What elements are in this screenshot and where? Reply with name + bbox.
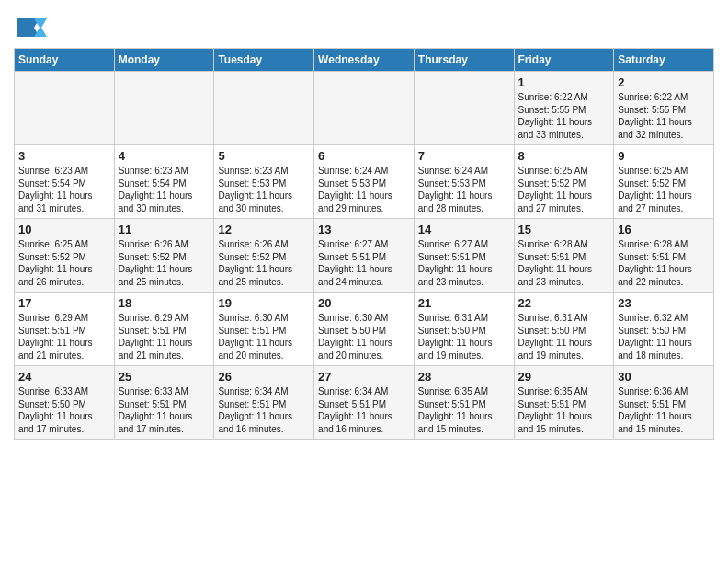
calendar-cell [15,72,115,145]
logo-icon [14,15,47,40]
calendar-cell: 21Sunrise: 6:31 AMSunset: 5:50 PMDayligh… [414,293,514,366]
calendar-week-2: 3Sunrise: 6:23 AMSunset: 5:54 PMDaylight… [15,145,714,219]
day-number: 27 [318,370,410,384]
cell-info: Sunrise: 6:24 AMSunset: 5:53 PMDaylight:… [318,166,392,213]
calendar-cell: 12Sunrise: 6:26 AMSunset: 5:52 PMDayligh… [214,219,314,293]
calendar-cell: 9Sunrise: 6:25 AMSunset: 5:52 PMDaylight… [614,145,714,219]
cell-info: Sunrise: 6:31 AMSunset: 5:50 PMDaylight:… [418,313,493,361]
calendar-week-3: 10Sunrise: 6:25 AMSunset: 5:52 PMDayligh… [15,219,714,293]
calendar-header: SundayMondayTuesdayWednesdayThursdayFrid… [15,49,714,72]
cell-info: Sunrise: 6:25 AMSunset: 5:52 PMDaylight:… [518,166,593,213]
cell-info: Sunrise: 6:27 AMSunset: 5:51 PMDaylight:… [318,239,392,287]
cell-info: Sunrise: 6:22 AMSunset: 5:55 PMDaylight:… [618,92,692,140]
weekday-header-thursday: Thursday [414,49,514,72]
cell-info: Sunrise: 6:29 AMSunset: 5:51 PMDaylight:… [18,313,93,361]
cell-info: Sunrise: 6:25 AMSunset: 5:52 PMDaylight:… [618,166,692,213]
calendar-cell: 25Sunrise: 6:33 AMSunset: 5:51 PMDayligh… [114,366,214,440]
day-number: 2 [618,75,710,89]
calendar-cell: 6Sunrise: 6:24 AMSunset: 5:53 PMDaylight… [314,145,415,219]
cell-info: Sunrise: 6:23 AMSunset: 5:53 PMDaylight:… [218,166,292,213]
day-number: 21 [418,296,510,310]
day-number: 1 [518,75,610,89]
calendar-cell: 7Sunrise: 6:24 AMSunset: 5:53 PMDaylight… [414,145,514,219]
calendar-cell: 4Sunrise: 6:23 AMSunset: 5:54 PMDaylight… [114,145,214,219]
day-number: 4 [119,149,210,163]
calendar-cell: 23Sunrise: 6:32 AMSunset: 5:50 PMDayligh… [614,293,714,366]
day-number: 24 [18,370,110,384]
day-number: 23 [618,296,710,310]
calendar-cell: 26Sunrise: 6:34 AMSunset: 5:51 PMDayligh… [214,366,314,440]
calendar-cell: 3Sunrise: 6:23 AMSunset: 5:54 PMDaylight… [15,145,115,219]
calendar-cell: 17Sunrise: 6:29 AMSunset: 5:51 PMDayligh… [15,293,115,366]
calendar-cell: 16Sunrise: 6:28 AMSunset: 5:51 PMDayligh… [614,219,714,293]
calendar-cell: 30Sunrise: 6:36 AMSunset: 5:51 PMDayligh… [614,366,714,440]
day-number: 28 [418,370,510,384]
day-number: 3 [18,149,110,163]
day-number: 11 [119,223,210,236]
calendar-cell: 13Sunrise: 6:27 AMSunset: 5:51 PMDayligh… [314,219,415,293]
calendar-cell: 10Sunrise: 6:25 AMSunset: 5:52 PMDayligh… [15,219,115,293]
day-number: 9 [618,149,710,163]
day-number: 20 [318,296,410,310]
page: SundayMondayTuesdayWednesdayThursdayFrid… [0,0,728,454]
weekday-header-sunday: Sunday [15,49,115,72]
calendar-cell [414,72,514,145]
calendar-week-5: 24Sunrise: 6:33 AMSunset: 5:50 PMDayligh… [15,366,714,440]
weekday-header-friday: Friday [514,49,614,72]
calendar-cell: 28Sunrise: 6:35 AMSunset: 5:51 PMDayligh… [414,366,514,440]
cell-info: Sunrise: 6:23 AMSunset: 5:54 PMDaylight:… [18,166,93,213]
calendar-table: SundayMondayTuesdayWednesdayThursdayFrid… [14,48,714,440]
day-number: 29 [518,370,610,384]
cell-info: Sunrise: 6:29 AMSunset: 5:51 PMDaylight:… [119,313,193,361]
weekday-header-tuesday: Tuesday [214,49,314,72]
day-number: 15 [518,223,610,236]
calendar-cell: 2Sunrise: 6:22 AMSunset: 5:55 PMDaylight… [614,72,714,145]
cell-info: Sunrise: 6:26 AMSunset: 5:52 PMDaylight:… [119,239,193,287]
calendar-cell: 27Sunrise: 6:34 AMSunset: 5:51 PMDayligh… [314,366,415,440]
calendar-cell: 15Sunrise: 6:28 AMSunset: 5:51 PMDayligh… [514,219,614,293]
calendar-cell [314,72,415,145]
day-number: 17 [18,296,110,310]
cell-info: Sunrise: 6:35 AMSunset: 5:51 PMDaylight:… [418,386,493,434]
day-number: 5 [218,149,310,163]
cell-info: Sunrise: 6:34 AMSunset: 5:51 PMDaylight:… [318,386,392,434]
calendar-cell: 11Sunrise: 6:26 AMSunset: 5:52 PMDayligh… [114,219,214,293]
logo [14,15,49,40]
cell-info: Sunrise: 6:22 AMSunset: 5:55 PMDaylight:… [518,92,593,140]
weekday-row: SundayMondayTuesdayWednesdayThursdayFrid… [15,49,714,72]
day-number: 7 [418,149,510,163]
calendar-cell: 19Sunrise: 6:30 AMSunset: 5:51 PMDayligh… [214,293,314,366]
calendar-cell: 8Sunrise: 6:25 AMSunset: 5:52 PMDaylight… [514,145,614,219]
calendar-cell: 5Sunrise: 6:23 AMSunset: 5:53 PMDaylight… [214,145,314,219]
weekday-header-wednesday: Wednesday [314,49,415,72]
calendar-cell [114,72,214,145]
day-number: 10 [18,223,110,236]
day-number: 16 [618,223,710,236]
cell-info: Sunrise: 6:28 AMSunset: 5:51 PMDaylight:… [618,239,692,287]
header [14,9,714,40]
cell-info: Sunrise: 6:24 AMSunset: 5:53 PMDaylight:… [418,166,493,213]
cell-info: Sunrise: 6:23 AMSunset: 5:54 PMDaylight:… [119,166,193,213]
day-number: 18 [119,296,210,310]
day-number: 25 [119,370,210,384]
day-number: 6 [318,149,410,163]
weekday-header-monday: Monday [114,49,214,72]
day-number: 13 [318,223,410,236]
weekday-header-saturday: Saturday [614,49,714,72]
calendar-cell [214,72,314,145]
cell-info: Sunrise: 6:28 AMSunset: 5:51 PMDaylight:… [518,239,593,287]
cell-info: Sunrise: 6:30 AMSunset: 5:51 PMDaylight:… [218,313,292,361]
calendar-body: 1Sunrise: 6:22 AMSunset: 5:55 PMDaylight… [15,72,714,440]
day-number: 22 [518,296,610,310]
day-number: 19 [218,296,310,310]
calendar-cell: 20Sunrise: 6:30 AMSunset: 5:50 PMDayligh… [314,293,415,366]
cell-info: Sunrise: 6:36 AMSunset: 5:51 PMDaylight:… [618,386,692,434]
cell-info: Sunrise: 6:27 AMSunset: 5:51 PMDaylight:… [418,239,493,287]
day-number: 14 [418,223,510,236]
cell-info: Sunrise: 6:33 AMSunset: 5:50 PMDaylight:… [18,386,93,434]
cell-info: Sunrise: 6:34 AMSunset: 5:51 PMDaylight:… [218,386,292,434]
cell-info: Sunrise: 6:35 AMSunset: 5:51 PMDaylight:… [518,386,593,434]
day-number: 8 [518,149,610,163]
calendar-cell: 29Sunrise: 6:35 AMSunset: 5:51 PMDayligh… [514,366,614,440]
cell-info: Sunrise: 6:26 AMSunset: 5:52 PMDaylight:… [218,239,292,287]
